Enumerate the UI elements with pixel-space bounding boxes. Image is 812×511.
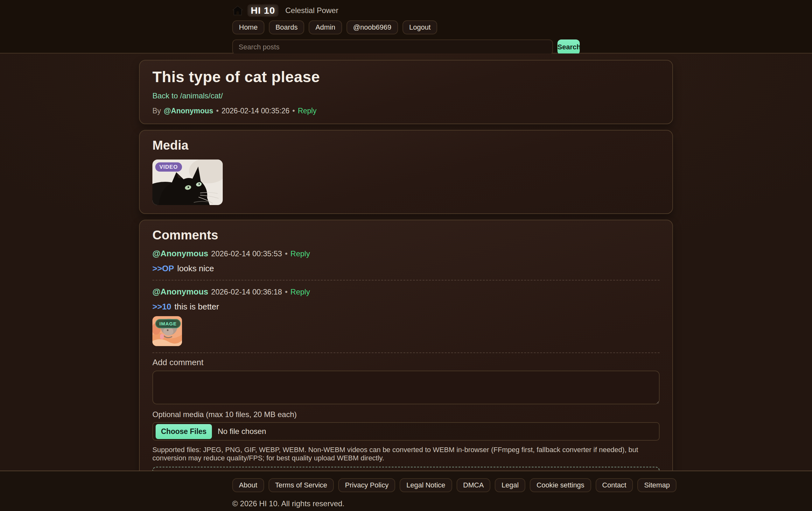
no-file-chosen-text: No file chosen — [218, 427, 266, 436]
by-label: By — [152, 107, 161, 115]
nav-item-home[interactable]: Home — [232, 20, 264, 34]
footer-link-sitemap[interactable]: Sitemap — [637, 478, 676, 492]
post-meta: By @Anonymous • 2026-02-14 00:35:26 • Re… — [152, 107, 660, 115]
footer-link-about[interactable]: About — [232, 478, 264, 492]
comment-body: >>10this is better — [152, 302, 660, 312]
nav-item-boards[interactable]: Boards — [269, 20, 304, 34]
site-logo[interactable]: HI 10 — [248, 4, 279, 17]
copyright-text: © 2026 HI 10. All rights reserved. — [232, 499, 580, 508]
video-thumbnail[interactable]: VIDEO — [152, 160, 223, 205]
comment-meta: @Anonymous 2026-02-14 00:35:53 • Reply — [152, 249, 660, 259]
site-footer: About Terms of Service Privacy Policy Le… — [0, 470, 812, 511]
comment-text: this is better — [174, 302, 219, 312]
footer-link-dmca[interactable]: DMCA — [457, 478, 491, 492]
site-header: HI 10 Celestial Power Home Boards Admin … — [0, 0, 812, 53]
post-reply-link[interactable]: Reply — [298, 107, 317, 115]
file-input[interactable]: Choose Files No file chosen — [152, 422, 660, 441]
main-nav: Home Boards Admin @noob6969 Logout — [232, 20, 580, 34]
footer-links: About Terms of Service Privacy Policy Le… — [232, 478, 580, 492]
comment-text: looks nice — [177, 264, 214, 273]
comment-reply-link[interactable]: Reply — [290, 288, 310, 296]
meta-separator: • — [285, 249, 287, 258]
quote-link[interactable]: >>OP — [152, 264, 174, 273]
main-area: This type of cat please Back to /animals… — [0, 53, 812, 470]
nav-item-logout[interactable]: Logout — [403, 20, 437, 34]
comment-divider — [152, 280, 660, 280]
quote-link[interactable]: >>10 — [152, 302, 171, 312]
choose-files-button[interactable]: Choose Files — [155, 424, 212, 439]
nav-item-admin[interactable]: Admin — [309, 20, 342, 34]
post-card: This type of cat please Back to /animals… — [139, 60, 673, 124]
footer-link-legal-notice[interactable]: Legal Notice — [400, 478, 452, 492]
footer-link-privacy[interactable]: Privacy Policy — [338, 478, 395, 492]
footer-link-cookie-settings[interactable]: Cookie settings — [530, 478, 591, 492]
post-title: This type of cat please — [152, 68, 660, 86]
footer-link-contact[interactable]: Contact — [596, 478, 633, 492]
comment-item: @Anonymous 2026-02-14 00:36:18 • Reply >… — [152, 287, 660, 346]
comment-timestamp: 2026-02-14 00:36:18 — [211, 288, 282, 296]
comments-heading: Comments — [152, 228, 660, 242]
image-badge: IMAGE — [155, 319, 181, 328]
site-tagline: Celestial Power — [285, 6, 339, 15]
media-dropzone[interactable]: Drag & drop media here, or click to choo… — [152, 467, 660, 470]
comment-meta: @Anonymous 2026-02-14 00:36:18 • Reply — [152, 287, 660, 297]
media-heading: Media — [152, 138, 660, 153]
footer-link-terms[interactable]: Terms of Service — [268, 478, 334, 492]
comment-item: @Anonymous 2026-02-14 00:35:53 • Reply >… — [152, 249, 660, 273]
comment-divider — [152, 352, 660, 353]
meta-separator: • — [292, 107, 295, 115]
post-author[interactable]: @Anonymous — [164, 107, 213, 115]
video-badge: VIDEO — [155, 162, 182, 171]
comment-textarea[interactable] — [152, 371, 660, 404]
comments-card: Comments @Anonymous 2026-02-14 00:35:53 … — [139, 220, 673, 470]
comment-author[interactable]: @Anonymous — [152, 287, 208, 297]
footer-link-legal[interactable]: Legal — [495, 478, 525, 492]
image-thumbnail[interactable]: IMAGE — [152, 316, 182, 346]
media-card: Media VIDEO — [139, 130, 673, 214]
comment-timestamp: 2026-02-14 00:35:53 — [211, 249, 282, 258]
optional-media-label: Optional media (max 10 files, 20 MB each… — [152, 410, 660, 419]
comment-author[interactable]: @Anonymous — [152, 249, 208, 259]
search-bar: Search — [232, 39, 580, 55]
nav-item-account[interactable]: @noob6969 — [347, 20, 398, 34]
back-to-board-link[interactable]: Back to /animals/cat/ — [152, 91, 223, 100]
search-input[interactable] — [232, 39, 553, 55]
add-comment-label: Add comment — [152, 357, 660, 368]
brand-row: HI 10 Celestial Power — [232, 4, 580, 17]
search-button[interactable]: Search — [557, 39, 580, 55]
comment-reply-link[interactable]: Reply — [290, 249, 310, 258]
meta-separator: • — [216, 107, 219, 115]
meta-separator: • — [285, 288, 287, 296]
supported-files-note: Supported files: JPEG, PNG, GIF, WEBP, W… — [152, 446, 660, 462]
home-icon[interactable] — [232, 5, 243, 16]
comment-body: >>OPlooks nice — [152, 264, 660, 273]
post-timestamp: 2026-02-14 00:35:26 — [222, 107, 290, 115]
